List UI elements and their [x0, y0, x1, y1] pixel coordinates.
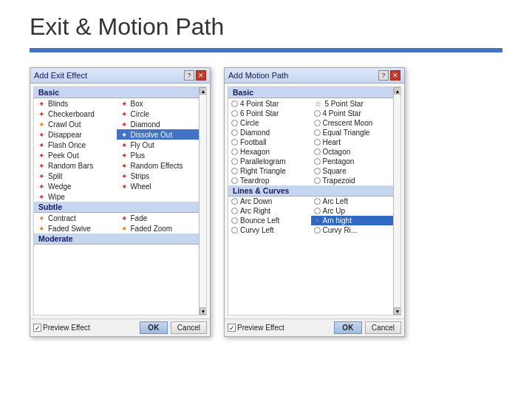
motion-dialog-footer: ✓ Preview Effect OK Cancel: [225, 318, 404, 336]
list-item[interactable]: Circle: [228, 118, 311, 128]
exit-scrollbar[interactable]: ▲ ▼: [199, 87, 206, 315]
motion-dialog-title-icons: ? ✕: [378, 70, 400, 81]
list-item[interactable]: ✦Wheel: [117, 181, 200, 191]
motion-preview-check[interactable]: ✓ Preview Effect: [228, 324, 284, 332]
list-item[interactable]: 4 Point Star: [228, 98, 311, 109]
list-item[interactable]: Hexagon: [228, 147, 311, 157]
motion-dialog-title: Add Motion Path: [228, 71, 288, 80]
list-item[interactable]: ✦Random Effects: [117, 160, 200, 171]
motion-ok-button[interactable]: OK: [334, 321, 362, 334]
list-item[interactable]: ✦Diamond: [117, 119, 200, 129]
list-item[interactable]: Pentagon: [311, 157, 394, 166]
radio-icon: [314, 198, 321, 205]
list-item[interactable]: ✦Faded Zoom: [117, 223, 200, 233]
scroll-up-arrow[interactable]: ▲: [200, 87, 207, 95]
list-item[interactable]: ✦Dissolve Out: [117, 129, 200, 140]
exit-ok-button[interactable]: OK: [140, 321, 168, 334]
list-item[interactable]: ✦Blinds: [34, 98, 117, 109]
list-item[interactable]: ✦Contract: [34, 213, 117, 223]
motion-dialog-help-icon[interactable]: ?: [378, 70, 389, 81]
list-item[interactable]: Bounce Left: [228, 216, 311, 225]
list-item[interactable]: Arc Down: [228, 197, 311, 206]
list-item[interactable]: ✦Box: [117, 98, 200, 109]
list-item[interactable]: ✦Plus: [117, 150, 200, 160]
list-item[interactable]: ✦Peek Out: [34, 150, 117, 160]
motion-preview-label: Preview Effect: [237, 324, 284, 332]
list-item[interactable]: ✦Faded Swive: [34, 223, 117, 233]
list-item[interactable]: Arc Right: [228, 206, 311, 216]
star-icon: ✦: [120, 140, 129, 149]
scroll-down-arrow[interactable]: ▼: [200, 307, 207, 315]
list-item[interactable]: Parallelogram: [228, 157, 311, 166]
list-item[interactable]: Arc Up: [311, 206, 394, 216]
radio-icon: [314, 110, 321, 117]
exit-dialog-titlebar: Add Exit Effect ? ✕: [30, 68, 210, 83]
star-icon: ✦: [37, 161, 46, 170]
list-item[interactable]: Diamond: [228, 128, 311, 137]
radio-icon: [314, 158, 321, 165]
star-icon: ✦: [37, 120, 46, 129]
list-item[interactable]: 4 Point Star: [311, 109, 394, 118]
motion-lines-items: Arc Down Arc Left Arc Right Arc Up Bounc…: [228, 197, 393, 235]
motion-cancel-button[interactable]: Cancel: [365, 321, 401, 334]
scroll-thumb[interactable]: [200, 95, 206, 307]
scroll-down-arrow[interactable]: ▼: [394, 307, 401, 315]
list-item[interactable]: Octagon: [311, 147, 394, 157]
exit-moderate-header: Moderate: [34, 233, 199, 245]
list-item[interactable]: Heart: [311, 137, 394, 147]
list-item[interactable]: Curvy Ri...: [311, 225, 394, 235]
list-item[interactable]: Curvy Left: [228, 225, 311, 235]
radio-icon: [314, 227, 321, 233]
motion-scrollbar[interactable]: ▲ ▼: [393, 87, 400, 315]
star-icon: ✦: [37, 99, 46, 108]
exit-cancel-button[interactable]: Cancel: [171, 321, 207, 334]
list-item[interactable]: Equal Triangle: [311, 128, 394, 137]
radio-icon: [314, 177, 321, 184]
exit-subtle-header: Subtle: [34, 202, 199, 213]
list-item[interactable]: ✦Disappear: [34, 129, 117, 140]
exit-basic-items: ✦Blinds ✦Box ✦Checkerboard ✦Circle ✦Craw…: [34, 98, 199, 202]
list-item[interactable]: Trapezoid: [311, 176, 394, 185]
list-item[interactable]: Arc Left: [311, 197, 394, 206]
exit-dialog-close-icon[interactable]: ✕: [196, 70, 206, 81]
radio-icon: [314, 129, 321, 136]
list-item[interactable]: ✦Fly Out: [117, 140, 200, 150]
exit-content-scroll: Basic ✦Blinds ✦Box ✦Checkerboard ✦Circle…: [34, 87, 206, 298]
exit-preview-checkbox[interactable]: ✓: [33, 324, 41, 332]
radio-icon: [231, 227, 238, 233]
dialogs-container: Add Exit Effect ? ✕ Basic ✦Blinds ✦Box ✦…: [0, 67, 532, 337]
list-item[interactable]: Football: [228, 137, 311, 147]
star-icon: ✦: [120, 182, 129, 191]
exit-dialog-help-icon[interactable]: ?: [184, 70, 194, 81]
list-item[interactable]: ✦Checkerboard: [34, 109, 117, 119]
list-item[interactable]: ✦Wipe: [34, 191, 117, 202]
star-icon: ✦: [120, 109, 129, 118]
list-item[interactable]: 6 Point Star: [228, 109, 311, 118]
exit-preview-check[interactable]: ✓ Preview Effect: [33, 324, 90, 332]
list-item[interactable]: ✦Strips: [117, 171, 200, 181]
list-item[interactable]: Crescent Moon: [311, 118, 394, 128]
list-item[interactable]: ☆5 Point Star: [311, 98, 394, 109]
motion-dialog-close-icon[interactable]: ✕: [390, 70, 400, 81]
star-icon: ✦: [120, 161, 129, 170]
list-item[interactable]: Right Triangle: [228, 166, 311, 176]
list-item[interactable]: ✦Circle: [117, 109, 200, 119]
list-item[interactable]: ✦Crawl Out: [34, 119, 117, 129]
scroll-thumb[interactable]: [394, 95, 400, 307]
radio-icon: [314, 139, 321, 146]
scroll-up-arrow[interactable]: ▲: [394, 87, 401, 95]
list-item[interactable]: ✦Random Bars: [34, 160, 117, 171]
list-item[interactable]: ✦Split: [34, 171, 117, 181]
radio-icon: [231, 208, 238, 214]
radio-icon: [314, 168, 321, 174]
list-item[interactable]: Square: [311, 166, 394, 176]
star-icon: ✦: [37, 140, 46, 149]
list-item[interactable]: ✦Flash Once: [34, 140, 117, 150]
motion-preview-checkbox[interactable]: ✓: [228, 324, 236, 332]
list-item[interactable]: ✦Wedge: [34, 181, 117, 191]
radio-icon: [314, 208, 321, 214]
list-item[interactable]: Am hight: [311, 216, 394, 225]
list-item[interactable]: Teardrop: [228, 176, 311, 185]
star-icon: ✦: [120, 224, 129, 233]
list-item[interactable]: ✦Fade: [117, 213, 200, 223]
